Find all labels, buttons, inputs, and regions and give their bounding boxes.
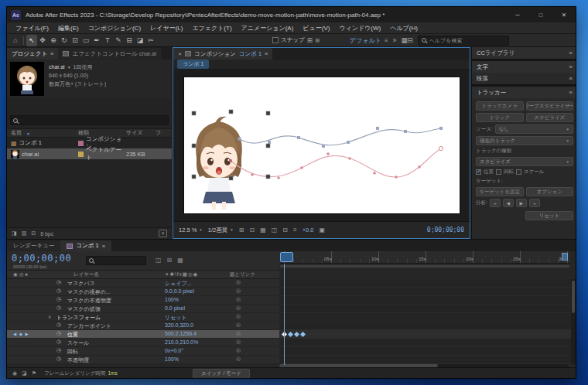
current-track-select[interactable]: 現在のトラック [476, 136, 573, 145]
keyframe-lane[interactable] [279, 296, 576, 305]
roto-brush-tool-icon[interactable]: ✂ [145, 35, 156, 46]
brush-tool-icon[interactable]: ✎ [113, 35, 124, 46]
property-row-opacity[interactable]: 不透明度100% [7, 356, 576, 364]
pen-tool-icon[interactable]: ✒ [91, 35, 102, 46]
menu-item-effect[interactable]: エフェクト(T) [187, 24, 236, 32]
column-layer-name[interactable]: レイヤー名 [74, 271, 99, 278]
position-checkbox[interactable] [476, 169, 481, 175]
zoom-level-select[interactable]: 12.5 % [179, 227, 203, 233]
track-camera-button[interactable]: トラックカメラ [476, 101, 524, 111]
stopwatch-icon[interactable] [56, 356, 61, 362]
tab-project[interactable]: プロジェクト [7, 48, 58, 60]
menu-item-animation[interactable]: アニメーション(A) [237, 24, 299, 32]
property-row-anchor-point[interactable]: アンカーポイント320.0,320.0 [7, 322, 576, 330]
stopwatch-icon[interactable] [56, 322, 61, 328]
menu-item-layer[interactable]: レイヤー(L) [145, 24, 187, 32]
current-time-indicator[interactable] [280, 252, 293, 262]
help-search-box[interactable] [418, 36, 509, 46]
keyframe-lane[interactable] [279, 330, 576, 339]
warp-stabilizer-button[interactable]: ワープスタビライザー [526, 101, 574, 111]
close-tab-icon[interactable] [178, 50, 182, 57]
keyframe-lane[interactable] [279, 313, 576, 322]
roi-icon[interactable]: ⊞ [239, 227, 244, 233]
selection-tool-icon[interactable]: ↖ [26, 35, 37, 46]
switches-modes-button[interactable]: スイッチ / モード [193, 369, 250, 379]
viewer-timecode[interactable]: 0;00;00;00 [427, 227, 464, 233]
comp-subtab[interactable]: コンポ 1 [177, 60, 209, 69]
menu-item-view[interactable]: ビュー(V) [298, 24, 334, 32]
property-row-mask-opacity[interactable]: マスクの不透明度100% [7, 296, 576, 305]
pan-behind-tool-icon[interactable]: ⊡ [70, 35, 80, 46]
draft-3d-icon[interactable]: ⊞ [167, 257, 173, 264]
trash-icon[interactable]: ✕ [159, 230, 167, 237]
property-row-mask-path[interactable]: マスクパスシェイプ... [7, 279, 576, 288]
panel-toggle2-icon[interactable]: ⊟ [408, 36, 413, 44]
pickwhip-icon[interactable] [236, 296, 241, 302]
pickwhip-icon[interactable] [236, 356, 241, 362]
timeline-vertical-scrollbar[interactable] [571, 279, 576, 364]
exposure-value[interactable]: +0.0 [303, 227, 314, 233]
hand-tool-icon[interactable]: ✥ [37, 35, 48, 46]
menu-item-help[interactable]: ヘルプ(H) [385, 24, 422, 32]
timeline-toggle-icon[interactable]: ◉ [12, 370, 17, 376]
keyframe-diamond[interactable] [300, 332, 306, 337]
panel-paragraph[interactable]: 段落 [472, 73, 576, 84]
keyframe-lane[interactable] [279, 279, 576, 288]
shape-tool-icon[interactable]: ▭ [80, 35, 91, 46]
rotation-checkbox[interactable] [496, 169, 501, 175]
current-timecode[interactable]: 0;00;00;00 [12, 253, 71, 264]
project-footer-icon3[interactable]: ⊟ [31, 230, 36, 237]
stabilize-motion-button[interactable]: スタビライズ [526, 113, 574, 122]
playhead-line[interactable] [284, 264, 285, 365]
pickwhip-icon[interactable] [236, 347, 241, 353]
column-extra[interactable]: フ [156, 130, 161, 135]
panel-menu-icon[interactable] [569, 63, 573, 70]
keyframe-lane[interactable] [279, 339, 576, 347]
graph-editor-icon[interactable]: ▦ [177, 257, 183, 264]
composition-mini-flowchart-icon[interactable]: ◫ [156, 257, 162, 264]
panel-menu-icon[interactable] [569, 75, 573, 82]
tab-composition-viewer[interactable]: コンポジション コンポ 1 [173, 48, 272, 60]
stopwatch-icon[interactable] [56, 288, 61, 294]
zoom-tool-icon[interactable]: ⊕ [48, 35, 59, 46]
work-area-bar[interactable] [279, 264, 570, 268]
options-button[interactable]: オプション [526, 187, 574, 196]
timeline-search-box[interactable] [86, 256, 146, 265]
eraser-tool-icon[interactable]: ◪ [135, 35, 145, 46]
pickwhip-icon[interactable] [236, 322, 241, 328]
transparency-grid-icon[interactable]: ⊡ [249, 227, 255, 233]
tab-timeline-comp[interactable]: コンポ 1 [60, 240, 111, 251]
comp-end-marker[interactable] [562, 253, 568, 261]
tab-effect-controls[interactable]: エフェクトコントロール char.ai [58, 48, 160, 60]
keyframe-navigator[interactable] [13, 332, 29, 336]
panel-toggle-icon[interactable]: ▦ [402, 36, 408, 44]
project-search-input[interactable] [20, 118, 166, 123]
maximize-button[interactable]: □ [529, 7, 552, 22]
property-row-position[interactable]: 位置500.2,1256.4 [7, 330, 576, 339]
keyframe-lane[interactable] [279, 322, 576, 330]
property-row-scale[interactable]: スケール210.0,210.0% [7, 339, 576, 347]
twirl-icon[interactable]: ∨ [48, 314, 51, 319]
channel-icon[interactable]: ◫ [272, 227, 278, 233]
set-target-button[interactable]: ターゲットを設定 [476, 187, 524, 196]
menu-item-window[interactable]: ウィンドウ(W) [334, 24, 385, 32]
caret-down-icon[interactable] [65, 64, 74, 70]
stopwatch-icon[interactable] [56, 279, 61, 285]
type-tool-icon[interactable]: T [102, 35, 113, 46]
menu-item-file[interactable]: ファイル(F) [11, 24, 53, 32]
analyze-backward-fast-icon[interactable]: « [490, 199, 501, 207]
camera-icon[interactable]: ▣ [319, 227, 325, 233]
keyframe-lane[interactable] [279, 347, 576, 356]
workspace-selector[interactable]: デフォルト [350, 36, 388, 45]
tracker-header[interactable]: トラッカー [472, 87, 576, 98]
stopwatch-icon[interactable] [56, 296, 61, 302]
panel-character[interactable]: 文字 [472, 61, 576, 73]
composition-canvas[interactable] [184, 77, 460, 213]
workspace-menu-icon[interactable] [385, 37, 388, 44]
close-button[interactable]: ✕ [552, 7, 576, 22]
pickwhip-icon[interactable] [236, 330, 241, 336]
project-footer-icon2[interactable]: ▥ [22, 230, 27, 237]
pickwhip-icon[interactable] [236, 288, 241, 294]
snap-option2-icon[interactable]: ≋ [315, 36, 320, 44]
keyframe-lane[interactable] [279, 288, 576, 296]
